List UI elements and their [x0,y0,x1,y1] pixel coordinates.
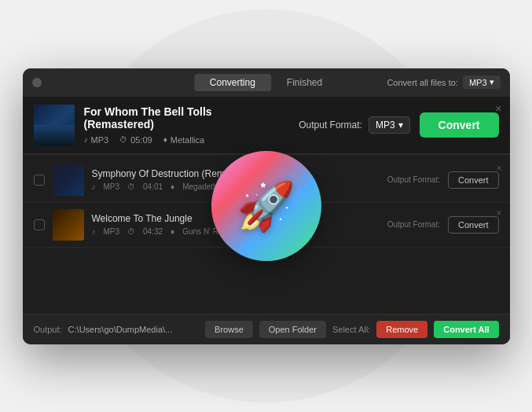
track-artist-icon-1: ♦ [171,182,174,191]
featured-duration-meta: ⏱ 05:09 [119,135,152,145]
track-name-1: Symphony Of Destruction (Remastered 2012… [92,168,380,179]
track-convert-button-1[interactable]: Convert [448,171,499,189]
global-format-value: MP3 [469,78,487,87]
track-convert-button-2[interactable]: Convert [448,216,499,234]
browse-button[interactable]: Browse [205,321,253,338]
track-artist-1: Megadeth [182,182,217,191]
track-output-format-label-2: Output Format: [387,220,440,229]
music-icon: ♪ [84,135,88,144]
track-output-format-label-1: Output Format: [387,175,440,184]
featured-convert-button[interactable]: Convert [420,112,499,138]
featured-track-row: For Whom The Bell Tolls (Remastered) ♪ M… [23,97,510,155]
featured-track-info: For Whom The Bell Tolls (Remastered) ♪ M… [84,105,282,145]
track-format-1: MP3 [104,182,120,191]
featured-duration: 05:09 [130,135,152,145]
clock-icon: ⏱ [119,135,127,144]
tab-group: Converting Finished [194,74,338,91]
traffic-lights [32,78,42,87]
remove-button[interactable]: Remove [376,321,427,338]
convert-all-text: Convert all files to: [387,78,457,87]
track-artist-icon-2: ♦ [171,227,174,236]
track-sub-1: ♪ MP3 ⏱ 04:01 ♦ Megadeth [92,182,380,191]
track-details-1: Symphony Of Destruction (Remastered 2012… [92,168,380,191]
track-duration-icon-1: ⏱ [127,182,135,191]
track-format-icon-2: ♪ [92,227,96,236]
track-duration-2: 04:32 [143,227,163,236]
featured-format-meta: ♪ MP3 [84,135,109,145]
track-close-button-1[interactable]: × [496,163,501,174]
track-sub-2: ♪ MP3 ⏱ 04:32 ♦ Guns N' Roses [92,227,380,236]
featured-close-button[interactable]: × [495,103,501,114]
featured-output-format: Output Format: MP3 ▾ [299,116,409,134]
featured-artist-meta: ♦ Metallica [163,135,205,145]
track-duration-icon-2: ⏱ [127,227,135,236]
output-label: Output: [34,325,62,334]
featured-format: MP3 [91,135,109,145]
convert-all-button[interactable]: Convert All [434,321,498,338]
chevron-down-icon: ▾ [490,77,494,87]
track-format-icon-1: ♪ [92,182,96,191]
title-bar: Converting Finished Convert all files to… [23,68,510,97]
featured-artist: Metallica [171,135,204,145]
person-icon: ♦ [163,135,167,144]
track-checkbox-2[interactable] [34,219,45,230]
bottom-bar: Output: C:\Users\go\DumpMedia\... Browse… [23,314,510,344]
output-format-label: Output Format: [299,120,362,131]
track-details-2: Welcome To The Jungle ♪ MP3 ⏱ 04:32 ♦ Gu… [92,213,380,236]
track-format-2: MP3 [104,227,120,236]
track-row: Symphony Of Destruction (Remastered 2012… [23,158,510,203]
app-window: Converting Finished Convert all files to… [23,68,510,344]
track-name-2: Welcome To The Jungle [92,213,380,224]
traffic-dot-1 [32,78,42,87]
track-close-button-2[interactable]: × [496,208,501,219]
tab-converting[interactable]: Converting [194,74,271,91]
featured-track-meta: ♪ MP3 ⏱ 05:09 ♦ Metallica [84,135,282,145]
global-format-badge[interactable]: MP3 ▾ [463,75,501,89]
track-checkbox-1[interactable] [34,175,45,186]
output-path: C:\Users\go\DumpMedia\... [68,325,200,334]
output-format-dropdown[interactable]: MP3 ▾ [369,116,410,134]
dropdown-arrow-icon: ▾ [398,120,403,131]
convert-all-format: Convert all files to: MP3 ▾ [387,75,500,89]
select-all-label: Select All: [332,325,370,334]
open-folder-button[interactable]: Open Folder [259,321,326,338]
featured-album-art-inner [34,105,75,145]
featured-track-title: For Whom The Bell Tolls (Remastered) [84,105,282,131]
tab-finished[interactable]: Finished [271,74,338,91]
featured-album-art [34,105,75,145]
track-thumbnail-1 [53,164,84,196]
output-format-value: MP3 [376,120,395,131]
empty-space [23,251,510,314]
track-row: Welcome To The Jungle ♪ MP3 ⏱ 04:32 ♦ Gu… [23,203,510,248]
track-duration-1: 04:01 [143,182,163,191]
track-list: Symphony Of Destruction (Remastered 2012… [23,155,510,251]
track-artist-2: Guns N' Roses [182,227,235,236]
track-thumbnail-2 [53,209,84,241]
